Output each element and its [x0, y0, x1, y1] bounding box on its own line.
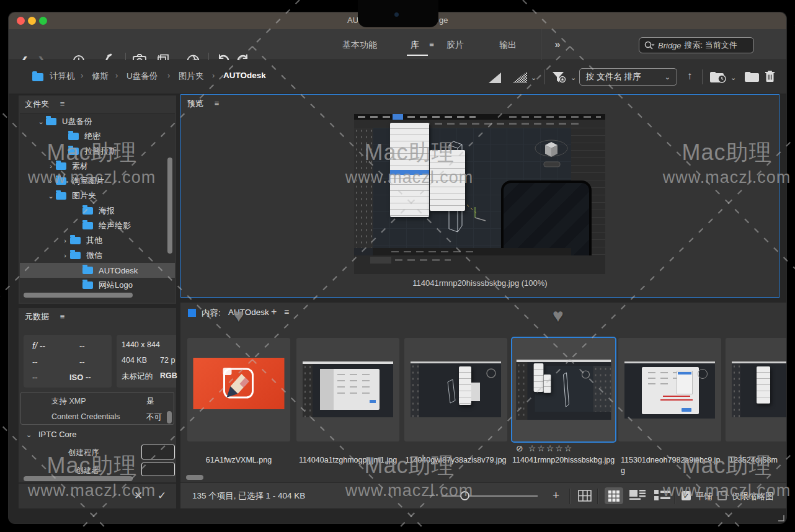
filter-chevron[interactable]: ⌄ [571, 74, 576, 82]
expand-icon[interactable]: › [60, 252, 70, 259]
workspace-tab-filmstrip[interactable]: 胶片 [438, 29, 473, 60]
folder-row[interactable]: › 微信 [20, 248, 175, 263]
content-item[interactable]: 114040gwi87y38azis8v79.jpg [404, 338, 507, 482]
rating-row[interactable]: ⊘ ☆☆☆☆☆ [516, 443, 573, 453]
close-window-button[interactable] [17, 17, 25, 25]
new-folder-button[interactable] [744, 71, 760, 86]
zoom-out-button[interactable]: − [429, 489, 435, 502]
apply-metadata-button[interactable]: ✓ [158, 489, 166, 502]
metadata-panel-menu-icon[interactable]: ≡ [60, 312, 65, 321]
thumbnail-card[interactable] [187, 338, 290, 441]
workspace-tab-output[interactable]: 输出 [491, 29, 525, 60]
content-panel-menu-icon[interactable]: ≡ [284, 307, 289, 317]
expand-icon[interactable]: ⌄ [36, 118, 46, 126]
mock-menu-text [509, 116, 601, 118]
star-rating[interactable]: ☆☆☆☆☆ [528, 443, 574, 453]
cancel-metadata-button[interactable]: ✕ [134, 489, 143, 502]
recent-files-button[interactable] [709, 71, 727, 86]
content-item[interactable]: 123524cij58m [726, 338, 786, 482]
details-view-button[interactable] [629, 490, 646, 503]
preview-panel-menu-icon[interactable]: ≡ [215, 99, 220, 108]
thumbnail-card[interactable] [296, 338, 399, 441]
iptc-expand-icon[interactable]: ⌄ [26, 431, 32, 439]
list-view-button[interactable] [654, 490, 670, 503]
minimize-window-button[interactable] [28, 17, 36, 25]
sort-direction-button[interactable]: ↑ [687, 70, 693, 82]
folders-horizontal-scrollbar[interactable] [24, 293, 133, 298]
exposure-value: -- [79, 357, 85, 366]
tab-menu-icon[interactable]: ≡ [425, 29, 438, 60]
preview-quality-button[interactable] [512, 71, 527, 86]
expand-icon[interactable]: ⌄ [46, 192, 56, 200]
folder-label: 网站Logo [99, 280, 133, 291]
grid-view-button-active[interactable] [605, 487, 623, 504]
recent-chevron[interactable]: ⌄ [731, 74, 736, 82]
thumbnail-size-slider-track[interactable] [442, 495, 538, 497]
expand-icon[interactable]: › [60, 237, 70, 244]
workspace-tab-essentials[interactable]: 基本功能 [336, 29, 383, 60]
folder-row[interactable]: › 素材 [20, 159, 175, 174]
preview-panel-header: 预览 ≡ [181, 95, 779, 112]
content-item[interactable]: 115301dneoh7982a9iebc9.jpg [618, 338, 721, 482]
folder-row[interactable]: 网站Logo [20, 278, 175, 293]
folder-row[interactable]: ⌄ 图片夹 [20, 188, 175, 203]
no-rating-icon[interactable]: ⊘ [516, 443, 525, 453]
breadcrumb-item[interactable]: 图片夹 [179, 71, 204, 82]
metadata-scrollbar[interactable] [167, 411, 172, 423]
folder-row[interactable]: 绝密 [20, 129, 175, 144]
folder-row[interactable]: 绘声绘影 [20, 218, 175, 233]
thumbnail-image [411, 361, 501, 417]
folder-row[interactable]: › 其他 [20, 233, 175, 248]
active-tab-underline [407, 55, 428, 56]
folder-row[interactable]: › 淘宝图片 [20, 174, 175, 188]
content-add-button[interactable]: + [271, 306, 277, 317]
iptc-field-input[interactable] [141, 445, 175, 459]
search-input[interactable]: Bridge 搜索: 当前文件 [639, 37, 754, 53]
sort-dropdown[interactable]: 按 文件名 排序 ⌄ [579, 68, 677, 86]
sort-label: 按 文件名 排序 [586, 71, 641, 82]
folders-vertical-scrollbar[interactable] [167, 157, 172, 254]
tile-checkbox[interactable]: ✓ [682, 491, 691, 500]
content-item[interactable]: 114040a1tzghmogpjjjjm1.jpg [296, 338, 399, 482]
thumbnail-size-slider-knob[interactable] [460, 491, 469, 500]
folder-row[interactable]: 拉普拉斯 [20, 144, 175, 159]
thumbnails-only-checkbox[interactable] [717, 491, 727, 500]
folder-row[interactable]: ⌄ U盘备份 [20, 114, 175, 129]
workspace-overflow-button[interactable]: » [548, 29, 567, 60]
breadcrumb-item-current[interactable]: AUTOdesk [223, 71, 266, 80]
resize-grip[interactable] [777, 514, 784, 521]
filter-button[interactable] [552, 71, 568, 86]
content-item-selected[interactable]: ⊘ ☆☆☆☆☆ 114041rmnp20hisssbskbg.jpg [512, 338, 615, 482]
folder-row-selected[interactable]: AUTOdesk [20, 263, 175, 278]
preview-panel: 预览 ≡ [180, 94, 779, 298]
expand-icon[interactable]: › [46, 177, 56, 185]
thumbnail-quality-button[interactable] [489, 73, 501, 86]
zoom-in-button[interactable]: + [553, 489, 559, 502]
thumbnail-card[interactable] [726, 338, 786, 441]
exposure-value: -- [32, 357, 38, 366]
delete-button[interactable] [764, 69, 776, 86]
breadcrumb-item[interactable]: 修斯 [92, 71, 109, 82]
lock-grid-button[interactable] [578, 490, 592, 503]
breadcrumb-item[interactable]: U盘备份 [127, 71, 158, 82]
workspace-tab-libraries[interactable]: 库 [406, 29, 424, 60]
content-horizontal-scrollbar[interactable] [186, 475, 203, 480]
breadcrumb-item[interactable]: 计算机 [50, 71, 75, 82]
zoom-window-button[interactable] [39, 17, 47, 25]
thumbnail-card[interactable] [404, 338, 507, 441]
grid-view-icon [608, 490, 620, 502]
folder-icon [68, 148, 79, 155]
mock-dropdown-menu [390, 123, 429, 217]
thumbnail-filename: 115301dneoh7982a9iebc9.jpg [618, 455, 721, 476]
content-item[interactable]: 61A1fwzVXML.png [187, 338, 290, 482]
iptc-field-input[interactable] [141, 463, 175, 476]
thumbnail-card[interactable] [618, 338, 721, 441]
content-color-swatch[interactable] [188, 309, 196, 317]
camera-dot [394, 12, 399, 17]
thumbnail-card-selected[interactable] [512, 338, 615, 441]
folder-row[interactable]: 海报 [20, 203, 175, 218]
metadata-horizontal-scrollbar[interactable] [24, 476, 133, 481]
folders-panel-menu-icon[interactable]: ≡ [60, 99, 65, 109]
expand-icon[interactable]: › [46, 162, 56, 170]
quality-chevron[interactable]: ⌄ [531, 74, 536, 82]
